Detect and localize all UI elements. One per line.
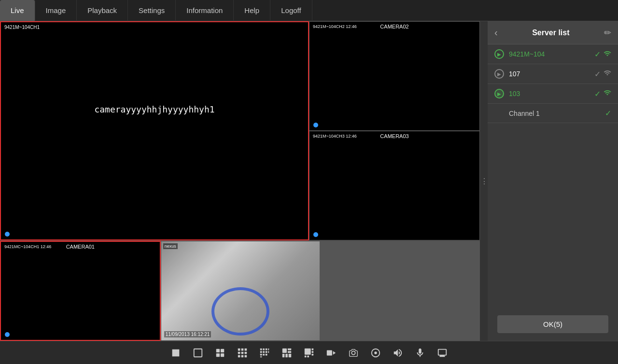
check-icon-103: ✓ [594,89,601,98]
nav-playback[interactable]: Playback [77,0,128,21]
camera-main-label: 9421M~104CH1 [3,24,41,30]
edit-button[interactable]: ✏ [604,28,611,38]
svg-rect-1 [194,349,202,357]
svg-rect-17 [266,348,267,350]
camera-cell-bottom-center[interactable]: nexus 11/09/2013 16:12:21 [161,241,321,341]
display-button[interactable] [435,346,449,360]
camera-cell-bottom-right2[interactable] [320,241,480,341]
camera-cell-main[interactable]: 9421M~104CH1 camerayyyyhhjhyyyyhhyh1 [0,21,309,240]
svg-rect-27 [282,348,287,352]
server-list-title: Server list [532,28,569,37]
volume-icon [393,348,403,358]
server-item-9421[interactable]: ▶ 9421M~104 ✓ [488,44,618,64]
mic-icon [415,348,425,358]
top-section: 9421M~104CH1 camerayyyyhhjhyyyyhhyh1 942… [0,21,480,241]
mic-button[interactable] [413,346,427,360]
grid-1x1-icon [193,348,203,358]
bottom-section: 9421MC~104CH1 12:46 CAMERA01 nexus 11/09… [0,241,480,341]
server-item-107[interactable]: ▶ 107 ✓ [488,64,618,84]
grid-2x2-icon [215,348,225,358]
camera-cell-bottom-left[interactable]: 9421MC~104CH1 12:46 CAMERA01 [0,241,161,341]
camera-circle [211,287,269,336]
grid-custom-icon [281,348,292,358]
camera-bl-dot [5,332,10,337]
svg-rect-3 [221,349,224,352]
svg-rect-22 [268,351,269,353]
server-list-header: ‹ Server list ✏ [488,21,618,44]
camera-br-label: 9421M~104CH3 12:46 [311,133,358,139]
svg-rect-30 [282,353,285,357]
svg-rect-7 [241,348,244,350]
grid-2x2-button[interactable] [213,346,227,360]
wifi-svg-103 [604,89,611,97]
grid-custom-button[interactable] [280,346,294,360]
nav-live[interactable]: Live [0,0,35,21]
svg-rect-36 [312,353,314,355]
svg-rect-12 [238,355,240,357]
channel-item-1[interactable]: Channel 1 ✓ [488,104,618,123]
back-button[interactable]: ‹ [494,27,498,38]
nav-image[interactable]: Image [35,0,77,21]
channel-name-1: Channel 1 [509,110,605,117]
grid-1x1-button[interactable] [191,346,205,360]
svg-rect-14 [245,355,247,357]
nav-settings[interactable]: Settings [128,0,176,21]
svg-rect-18 [268,348,269,350]
main-content: 9421M~104CH1 camerayyyyhhjhyyyyhhyh1 942… [0,21,618,341]
nav-help[interactable]: Help [234,0,270,21]
svg-rect-19 [260,351,262,353]
server-play-icon-107: ▶ [494,69,504,79]
svg-rect-26 [260,356,262,357]
nav-logoff[interactable]: Logoff [270,0,312,21]
svg-rect-39 [327,350,332,355]
server-name-103: 103 [509,90,594,98]
stop-icon [170,348,181,358]
grid-3x3-icon [237,348,248,358]
bottom-toolbar [0,341,618,364]
camera-cell-top-right[interactable]: 9421M~104CH2 12:46 CAMERA02 [309,21,480,131]
grid-4x4-icon [259,348,270,358]
videoclip-icon [370,348,381,358]
stop-button[interactable] [169,346,183,360]
panel-spacer [488,123,618,315]
camera-bc-timestamp: 11/09/2013 16:12:21 [164,331,211,337]
camera-cell-bottom-right[interactable]: 9421M~104CH3 12:46 CAMERA03 [309,131,480,240]
svg-rect-2 [216,349,220,352]
server-name-107: 107 [509,70,594,78]
camera-main-dot [5,232,10,237]
server-item-103[interactable]: ▶ 103 ✓ [488,84,618,104]
server-icons-103: ✓ [594,89,611,98]
videoclip-button[interactable] [369,346,382,360]
svg-rect-21 [266,351,267,353]
grid-wide-icon [304,348,314,358]
wifi-svg-107 [604,69,611,77]
snapshot-button[interactable] [347,346,360,360]
camera-bl-label: 9421MC~104CH1 12:46 [3,244,53,250]
check-icon-107: ✓ [594,70,601,79]
svg-rect-24 [263,353,265,355]
grid-4x4-button[interactable] [258,346,271,360]
grid-wide-button[interactable] [302,346,316,360]
svg-rect-31 [285,353,288,357]
svg-rect-35 [312,351,314,353]
svg-rect-34 [312,348,314,350]
camera-main-title: camerayyyyhhjhyyyyhhyh1 [94,104,214,114]
nav-information[interactable]: Information [176,0,234,21]
svg-rect-13 [241,355,244,357]
camera-br-dot [313,232,318,237]
wifi-icon-9421 [604,50,611,59]
svg-rect-25 [266,353,267,355]
camera-bl-title: CAMERA01 [66,244,95,250]
camera-tr-label: 9421M~104CH2 12:46 [311,24,358,29]
server-icons-9421: ✓ [594,50,611,59]
drag-icon: ⋮ [480,177,487,186]
svg-rect-5 [221,353,224,356]
record-button[interactable] [324,346,338,360]
drag-handle[interactable]: ⋮ [480,21,488,341]
grid-3x3-button[interactable] [236,346,249,360]
svg-rect-38 [307,355,309,357]
camera-tr-dot [313,123,318,127]
volume-button[interactable] [391,346,405,360]
ok-button[interactable]: OK(5) [497,315,608,333]
camera-tr-title: CAMERA02 [380,24,408,29]
